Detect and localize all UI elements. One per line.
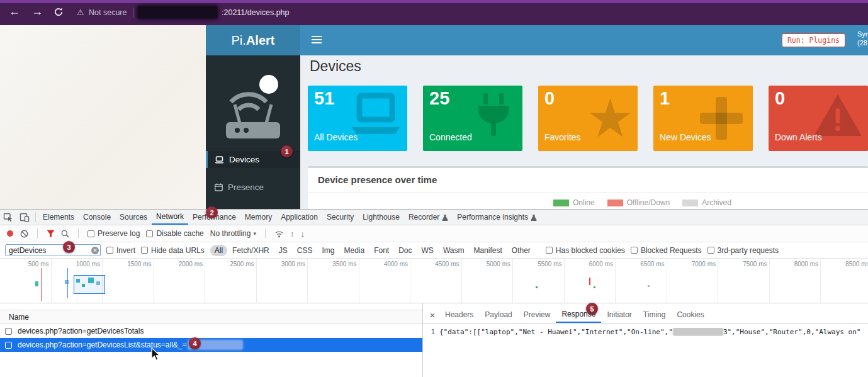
not-secure-label[interactable]: Not secure [89, 8, 127, 17]
stat-card-all-devices[interactable]: 51 All Devices [308, 86, 407, 151]
devtools-tab-memory[interactable]: Memory [240, 210, 276, 225]
filter-pill-js[interactable]: JS [274, 245, 292, 256]
sidebar-toggle-button[interactable] [312, 36, 323, 45]
filter-pill-img[interactable]: Img [317, 245, 339, 256]
page-background [0, 25, 206, 209]
response-text: {"data":[["laptop","Net - Huawei","Inter… [439, 328, 860, 336]
preserve-log-checkbox[interactable]: Preserve log [87, 229, 140, 238]
network-conditions-button[interactable] [274, 230, 284, 238]
request-list-header[interactable]: Name [0, 310, 422, 324]
divider [35, 212, 36, 222]
online-swatch [553, 200, 569, 206]
close-detail-button[interactable]: × [426, 307, 439, 323]
tab-label: Performance insights [457, 210, 528, 225]
disable-cache-checkbox[interactable]: Disable cache [146, 229, 203, 238]
checkbox[interactable] [87, 230, 94, 237]
devtools-tab-sources[interactable]: Sources [115, 210, 152, 225]
clear-network-log-button[interactable] [20, 230, 28, 238]
clear-filter-icon[interactable]: ✕ [91, 247, 99, 254]
request-row-selected[interactable]: devices.php?action=getDevicesList&status… [0, 338, 422, 352]
annotation-step-1: 1 [281, 145, 293, 157]
checkbox[interactable] [141, 247, 148, 254]
checkbox-label: Preserve log [98, 229, 140, 238]
response-content[interactable]: 1 {"data":[["laptop","Net - Huawei","Int… [423, 324, 868, 336]
filter-pill-css[interactable]: CSS [293, 245, 317, 256]
filter-input[interactable] [5, 244, 101, 256]
devtools-tab-lighthouse[interactable]: Lighthouse [358, 210, 404, 225]
stat-card-connected[interactable]: 25 Connected [423, 86, 522, 151]
import-har-button[interactable]: ↑ [290, 229, 295, 239]
filter-pill-media[interactable]: Media [339, 245, 369, 256]
devtools-tab-network[interactable]: Network [152, 210, 188, 225]
laptop-icon [215, 156, 224, 164]
filter-pill-other[interactable]: Other [507, 245, 535, 256]
detail-tab-headers[interactable]: Headers [439, 307, 479, 323]
run-plugins-button[interactable]: Run: Plugins [782, 33, 845, 47]
hide-data-urls-checkbox[interactable]: Hide data URLs [141, 246, 205, 255]
throttling-dropdown[interactable]: No throttling ▾ [210, 229, 256, 238]
filter-pill-font[interactable]: Font [369, 245, 393, 256]
devtools-tab-application[interactable]: Application [276, 210, 322, 225]
stat-card-new-devices[interactable]: 1 New Devices [653, 86, 753, 151]
timeline-grid: 500 ms 1000 ms 1500 ms 2000 ms 2500 ms 3… [0, 259, 868, 303]
filter-pill-fetch-xhr[interactable]: Fetch/XHR [228, 245, 274, 256]
blocked-requests-checkbox[interactable]: Blocked Requests [631, 246, 702, 255]
devtools-tab-elements[interactable]: Elements [38, 210, 79, 225]
filter-toggle-button[interactable] [47, 230, 55, 237]
stat-card-favorites[interactable]: 0 Favorites ★ [538, 86, 638, 151]
checkbox[interactable] [106, 247, 113, 254]
search-button[interactable] [61, 230, 69, 238]
filter-pill-ws[interactable]: WS [417, 245, 438, 256]
filter-pill-manifest[interactable]: Manifest [469, 245, 506, 256]
divider [265, 228, 266, 239]
stat-card-down-alerts[interactable]: 0 Down Alerts [769, 86, 868, 151]
invert-checkbox[interactable]: Invert [106, 246, 135, 255]
detail-tab-cookies[interactable]: Cookies [671, 307, 709, 323]
device-toolbar-button[interactable] [16, 210, 33, 225]
device-toolbar-icon [20, 212, 30, 222]
checkbox[interactable] [546, 247, 553, 254]
timeline-tick: 2500 ms [205, 259, 257, 303]
card-value: 1 [660, 88, 670, 109]
record-network-log-button[interactable] [6, 230, 14, 237]
timeline-tick: 8500 ms [821, 259, 868, 303]
checkbox[interactable] [631, 247, 638, 254]
has-blocked-cookies-checkbox[interactable]: Has blocked cookies [546, 246, 625, 255]
request-row[interactable]: devices.php?action=getDevicesTotals [0, 324, 422, 338]
checkbox-label: 3rd-party requests [718, 246, 779, 255]
export-har-button[interactable]: ↓ [300, 229, 305, 239]
request-checkbox[interactable] [5, 342, 12, 349]
devtools-tab-performance-insights[interactable]: Performance insights [453, 210, 541, 225]
detail-tab-timing[interactable]: Timing [638, 307, 672, 323]
detail-tab-initiator[interactable]: Initiator [601, 307, 637, 323]
filter-pill-doc[interactable]: Doc [394, 245, 416, 256]
browser-back-button[interactable]: ← [9, 6, 20, 17]
detail-tab-payload[interactable]: Payload [479, 307, 517, 323]
devtools-tab-recorder[interactable]: Recorder [404, 210, 453, 225]
detail-tab-preview[interactable]: Preview [518, 307, 556, 323]
detail-tab-bar: × Headers Payload Preview Response Initi… [423, 307, 868, 324]
experiment-icon [531, 214, 537, 221]
checkbox[interactable] [707, 247, 714, 254]
name-column-header[interactable]: Name [9, 313, 29, 322]
devtools-tab-console[interactable]: Console [79, 210, 115, 225]
third-party-requests-checkbox[interactable]: 3rd-party requests [707, 246, 779, 255]
timeline-tick: 500 ms [0, 259, 52, 303]
response-suffix: 3","House","Router",0,"Always on" [723, 328, 861, 336]
request-checkbox[interactable] [5, 328, 12, 335]
navbar-truncated-text: Sym (28, [857, 30, 868, 47]
line-number: 1 [423, 328, 439, 336]
browser-reload-button[interactable] [54, 7, 64, 19]
checkbox[interactable] [146, 230, 153, 237]
inspect-element-button[interactable] [0, 210, 16, 225]
browser-forward-button[interactable]: → [31, 6, 43, 17]
app-logo[interactable]: Pi.Alert [206, 25, 300, 55]
filter-pill-wasm[interactable]: Wasm [439, 245, 469, 256]
devtools-tab-security[interactable]: Security [322, 210, 358, 225]
network-overview-timeline[interactable]: 500 ms 1000 ms 1500 ms 2000 ms 2500 ms 3… [0, 259, 868, 303]
url-text[interactable]: :20211/devices.php [222, 8, 290, 17]
filter-pill-all[interactable]: All [210, 245, 227, 256]
sidebar-item-presence[interactable]: Presence [206, 179, 300, 196]
navbar-trunc-line1: Sym [857, 30, 868, 38]
network-filter-bar: ✕ Invert Hide data URLs All Fetch/XHR JS… [0, 242, 868, 259]
